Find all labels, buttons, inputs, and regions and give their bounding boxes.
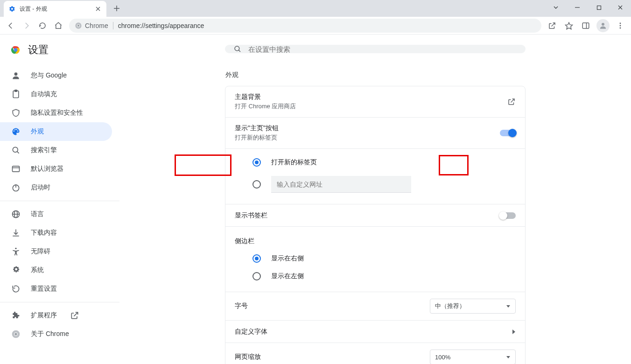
svg-line-39	[238, 50, 240, 52]
sidebar-item-label: 外观	[31, 127, 44, 136]
sidebar-item-label: 扩展程序	[31, 311, 57, 320]
svg-rect-5	[597, 6, 601, 9]
sidebar-item-extensions[interactable]: 扩展程序	[0, 306, 112, 325]
svg-point-21	[14, 72, 18, 76]
sidebar-item-languages[interactable]: 语言	[0, 205, 112, 224]
row-theme[interactable]: 主题背景 打开 Chrome 应用商店	[225, 86, 525, 117]
sidebar-item-appearance[interactable]: 外观	[0, 122, 112, 141]
profile-avatar-button[interactable]	[596, 19, 610, 32]
back-button[interactable]	[3, 18, 19, 34]
radio-label: 显示在右侧	[271, 254, 304, 263]
svg-point-24	[13, 147, 18, 152]
svg-point-38	[235, 46, 239, 51]
theme-title: 主题背景	[235, 93, 507, 101]
radio-label: 打开新的标签页	[271, 158, 317, 167]
share-icon[interactable]	[544, 18, 560, 34]
sidebar-item-label: 您与 Google	[31, 71, 67, 80]
svg-marker-41	[512, 329, 515, 334]
home-button[interactable]	[50, 18, 66, 34]
chevron-down-icon[interactable]	[545, 0, 567, 15]
sidebar-item-search-engine[interactable]: 搜索引擎	[0, 141, 112, 160]
settings-sidebar: 设置 您与 Google 自动填充 隐私设置和安全性 外观 搜索引擎	[0, 35, 119, 364]
sidepanel-title: 侧边栏	[235, 237, 516, 245]
svg-point-15	[620, 22, 621, 24]
font-size-select[interactable]: 中（推荐）	[430, 299, 516, 314]
sidebar-item-system[interactable]: 系统	[0, 261, 112, 280]
row-sidepanel-header: 侧边栏	[225, 226, 525, 249]
radio-label: 显示在左侧	[271, 272, 304, 280]
chrome-logo-icon	[10, 44, 21, 56]
settings-search-input[interactable]	[248, 45, 517, 53]
svg-marker-42	[506, 356, 510, 358]
zoom-label: 网页缩放	[235, 353, 430, 361]
zoom-select[interactable]: 100%	[430, 350, 516, 364]
address-bar[interactable]: Chrome chrome://settings/appearance	[69, 19, 541, 33]
external-link-icon	[507, 98, 516, 106]
settings-favicon-icon	[8, 5, 16, 13]
row-font-size: 字号 中（推荐）	[225, 292, 525, 320]
svg-line-25	[17, 152, 19, 154]
url-text: chrome://settings/appearance	[118, 22, 204, 29]
radio-sidepanel-left[interactable]: 显示在左侧	[235, 267, 516, 285]
sidebar-item-on-startup[interactable]: 启动时	[0, 178, 112, 197]
sidebar-item-label: 重置设置	[31, 285, 57, 293]
sidebar-item-label: 启动时	[31, 183, 50, 192]
svg-point-14	[602, 23, 604, 26]
row-show-home-button: 显示"主页"按钮 打开新的标签页	[225, 117, 525, 148]
sidepanel-icon[interactable]	[578, 18, 594, 34]
radio-new-tab-page[interactable]: 打开新的标签页	[235, 154, 516, 171]
sidebar-item-label: 关于 Chrome	[31, 330, 69, 338]
svg-point-17	[620, 27, 621, 28]
minimize-button[interactable]	[567, 0, 588, 15]
sidebar-item-about-chrome[interactable]: 关于 Chrome	[0, 325, 112, 343]
radio-sidepanel-right[interactable]: 显示在右侧	[235, 250, 516, 267]
bookmark-star-icon[interactable]	[561, 18, 577, 34]
sidebar-item-accessibility[interactable]: 无障碍	[0, 242, 112, 261]
reload-button[interactable]	[35, 18, 50, 34]
settings-main: 外观 主题背景 打开 Chrome 应用商店 显示"主页"按钮 打开新的标签页	[119, 35, 631, 364]
svg-marker-11	[566, 22, 573, 29]
row-show-bookmarks-bar: 显示书签栏	[225, 204, 525, 226]
chevron-right-icon	[512, 329, 516, 335]
radio-custom-url[interactable]	[235, 171, 516, 197]
sidebar-item-label: 语言	[31, 210, 44, 218]
theme-sub: 打开 Chrome 应用商店	[235, 102, 507, 111]
svg-marker-40	[506, 305, 510, 308]
sidebar-item-default-browser[interactable]: 默认浏览器	[0, 160, 112, 178]
close-tab-button[interactable]	[94, 5, 102, 13]
sidebar-item-privacy[interactable]: 隐私设置和安全性	[0, 104, 112, 122]
sidebar-item-label: 下载内容	[31, 229, 57, 237]
sidebar-item-you-and-google[interactable]: 您与 Google	[0, 66, 112, 85]
select-value: 100%	[435, 354, 450, 361]
toggle-show-home[interactable]	[500, 130, 516, 136]
sidebar-item-label: 默认浏览器	[31, 165, 63, 173]
custom-fonts-label: 自定义字体	[235, 328, 512, 336]
browser-tab[interactable]: 设置 - 外观	[4, 1, 106, 17]
sidebar-item-autofill[interactable]: 自动填充	[0, 85, 112, 104]
new-tab-button[interactable]	[110, 2, 123, 15]
menu-icon[interactable]	[612, 18, 628, 34]
svg-rect-12	[582, 23, 589, 28]
svg-point-37	[14, 333, 17, 335]
sidebar-separator	[0, 201, 119, 201]
titlebar: 设置 - 外观	[0, 0, 631, 17]
home-button-options: 打开新的标签页	[225, 148, 525, 204]
sidebar-item-downloads[interactable]: 下载内容	[0, 224, 112, 242]
section-title: 外观	[225, 71, 526, 79]
sidebar-item-reset[interactable]: 重置设置	[0, 280, 112, 298]
radio-icon	[252, 158, 261, 167]
custom-url-input[interactable]	[271, 176, 411, 193]
sidebar-item-label: 自动填充	[31, 90, 57, 98]
settings-search[interactable]	[225, 45, 526, 53]
close-window-button[interactable]	[610, 0, 631, 15]
toggle-show-bookmarks[interactable]	[500, 212, 516, 219]
sidebar-item-label: 无障碍	[31, 247, 50, 256]
forward-button[interactable]	[19, 18, 35, 34]
browser-toolbar: Chrome chrome://settings/appearance	[0, 17, 631, 35]
maximize-button[interactable]	[588, 0, 610, 15]
window-controls	[545, 0, 631, 15]
chevron-down-icon	[506, 355, 511, 359]
row-custom-fonts[interactable]: 自定义字体	[225, 320, 525, 343]
svg-point-10	[77, 24, 79, 26]
svg-rect-26	[13, 166, 20, 172]
